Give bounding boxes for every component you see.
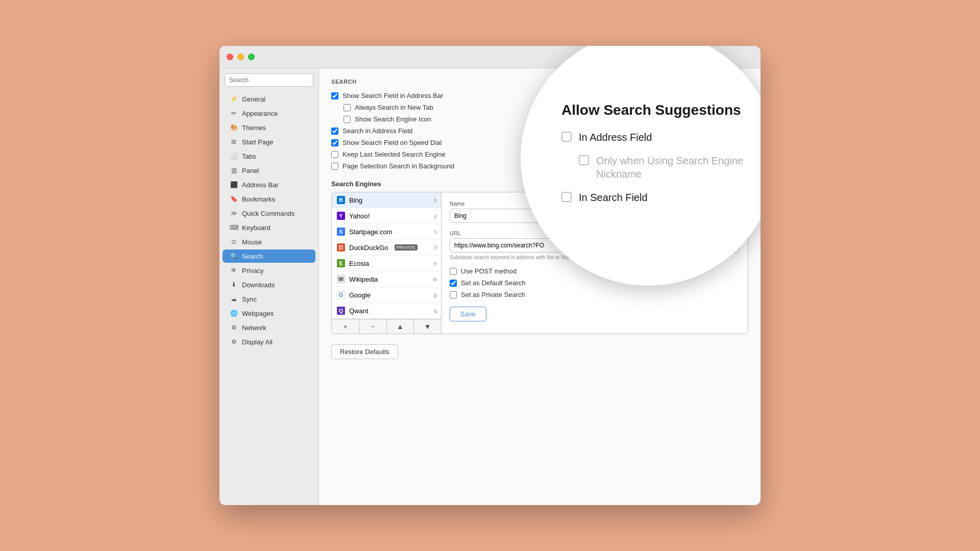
sidebar-icon-sync: ☁ [230, 295, 238, 303]
engine-shortcut-qwant: q [434, 308, 437, 314]
sidebar-item-network[interactable]: ⚙Network [223, 321, 315, 334]
sidebar-icon-panel: ▥ [230, 166, 238, 174]
zoom-checkbox-only-nickname[interactable] [579, 155, 589, 165]
sidebar-search-input[interactable] [225, 73, 313, 87]
zoom-item-in-address-field: In Address Field [561, 131, 750, 144]
sidebar-label-webpages: Webpages [242, 310, 274, 317]
checkbox-show-search-field[interactable] [331, 92, 338, 99]
sidebar-item-tabs[interactable]: ⬜Tabs [223, 149, 315, 163]
sidebar-label-sync: Sync [242, 295, 257, 303]
settings-window: ⚡General✏Appearance🎨Themes⊞Start Page⬜Ta… [219, 46, 761, 505]
sidebar-label-network: Network [242, 324, 266, 332]
sidebar-label-mouse: Mouse [242, 238, 262, 246]
sidebar-item-themes[interactable]: 🎨Themes [223, 121, 315, 134]
sidebar-icon-webpages: 🌐 [230, 309, 238, 317]
save-button[interactable]: Save [450, 307, 486, 321]
sidebar-label-bookmarks: Bookmarks [242, 195, 275, 203]
move-up-button[interactable]: ▲ [387, 319, 414, 334]
engine-item-qwant[interactable]: QQwantq [332, 303, 441, 319]
sidebar-item-keyboard[interactable]: ⌨Keyboard [223, 221, 315, 234]
sidebar-item-downloads[interactable]: ⬇Downloads [223, 278, 315, 291]
sidebar-label-start-page: Start Page [242, 138, 273, 146]
sidebar-item-appearance[interactable]: ✏Appearance [223, 107, 315, 120]
zoom-checkbox-in-search-field[interactable] [561, 192, 572, 202]
sidebar-item-general[interactable]: ⚡General [223, 92, 315, 106]
sidebar-item-privacy[interactable]: 👁Privacy [223, 264, 315, 277]
engine-shortcut-startpage: s [434, 229, 437, 235]
engine-item-startpage[interactable]: SStartpage.coms [332, 224, 441, 240]
checkbox-show-speed-dial[interactable] [331, 139, 338, 146]
sidebar-item-start-page[interactable]: ⊞Start Page [223, 135, 315, 148]
engine-item-google[interactable]: GGoogleg [332, 287, 441, 303]
sidebar-icon-general: ⚡ [230, 95, 238, 103]
remove-engine-button[interactable]: − [359, 319, 387, 334]
checkbox-search-in-address-field[interactable] [331, 128, 338, 135]
checkbox-label-always-search-new-tab: Always Search in New Tab [355, 104, 433, 111]
minimize-button[interactable] [237, 54, 244, 60]
sidebar-label-downloads: Downloads [242, 281, 275, 289]
engine-icon-yahoo: Y [337, 212, 345, 220]
engine-icon-duckduckgo: D [337, 243, 345, 252]
use-post-checkbox[interactable] [450, 268, 457, 275]
engine-item-wikipedia[interactable]: WWikipediaw [332, 271, 441, 287]
add-engine-button[interactable]: + [332, 319, 359, 334]
checkbox-label-show-search-field: Show Search Field in Address Bar [342, 92, 443, 99]
zoom-label-in-search-field: In Search Field [579, 191, 648, 204]
sidebar-item-search[interactable]: 🔍Search [223, 249, 315, 263]
sidebar-label-display-all: Display All [242, 338, 273, 346]
sidebar-icon-start-page: ⊞ [230, 138, 238, 146]
zoom-items: In Address FieldOnly when Using Search E… [561, 131, 750, 214]
sidebar-icon-tabs: ⬜ [230, 152, 238, 160]
checkbox-keep-last-engine[interactable] [331, 151, 338, 158]
checkbox-page-selection[interactable] [331, 163, 338, 170]
sidebar-item-panel[interactable]: ▥Panel [223, 164, 315, 177]
sidebar-icon-bookmarks: 🔖 [230, 195, 238, 203]
sidebar-label-tabs: Tabs [242, 153, 256, 160]
engine-name-bing: Bing [349, 196, 362, 204]
sidebar-item-quick-commands[interactable]: ≫Quick Commands [223, 207, 315, 220]
engine-shortcut-ecosia: e [434, 260, 437, 266]
sidebar-label-address-bar: Address Bar [242, 181, 279, 189]
sidebar-item-mouse[interactable]: ⊙Mouse [223, 235, 315, 248]
engine-item-ecosia[interactable]: EEcosiae [332, 256, 441, 271]
engine-list-footer: + − ▲ ▼ [332, 319, 441, 334]
engine-item-duckduckgo[interactable]: DDuckDuckGoPRIVATEd [332, 240, 441, 256]
engine-list: BBingbYYahoo!ySStartpage.comsDDuckDuckGo… [332, 192, 441, 319]
zoom-item-only-nickname: Only when Using Search Engine Nickname [579, 154, 750, 181]
checkbox-always-search-new-tab[interactable] [344, 104, 351, 111]
private-badge-duckduckgo: PRIVATE [395, 244, 418, 251]
sidebar-item-bookmarks[interactable]: 🔖Bookmarks [223, 192, 315, 206]
sidebar-item-display-all[interactable]: ⚙Display All [223, 335, 315, 348]
engine-item-yahoo[interactable]: YYahoo!y [332, 208, 441, 224]
engine-name-startpage: Startpage.com [349, 228, 393, 236]
move-down-button[interactable]: ▼ [414, 319, 441, 334]
close-button[interactable] [227, 54, 233, 60]
engine-icon-bing: B [337, 196, 345, 204]
set-private-checkbox[interactable] [450, 291, 457, 298]
set-default-row: Set as Default Search [450, 279, 740, 287]
set-default-checkbox[interactable] [450, 280, 457, 287]
restore-defaults-button[interactable]: Restore Defaults [331, 344, 398, 359]
sidebar-icon-downloads: ⬇ [230, 281, 238, 289]
sidebar-item-address-bar[interactable]: ⬛Address Bar [223, 178, 315, 191]
maximize-button[interactable] [248, 54, 255, 60]
engine-name-ecosia: Ecosia [349, 260, 369, 267]
sidebar-item-sync[interactable]: ☁Sync [223, 292, 315, 306]
engine-name-yahoo: Yahoo! [349, 212, 370, 220]
checkbox-show-engine-icon[interactable] [344, 116, 351, 123]
sidebar-item-webpages[interactable]: 🌐Webpages [223, 307, 315, 320]
checkbox-label-show-engine-icon: Show Search Engine Icon [355, 115, 431, 123]
sidebar-label-panel: Panel [242, 167, 259, 174]
zoom-label-in-address-field: In Address Field [579, 131, 652, 144]
engine-list-wrapper: BBingbYYahoo!ySStartpage.comsDDuckDuckGo… [332, 192, 442, 334]
sidebar-icon-mouse: ⊙ [230, 238, 238, 246]
sidebar: ⚡General✏Appearance🎨Themes⊞Start Page⬜Ta… [219, 68, 319, 505]
zoom-checkbox-in-address-field[interactable] [561, 132, 572, 142]
sidebar-label-quick-commands: Quick Commands [242, 210, 295, 217]
sidebar-icon-themes: 🎨 [230, 123, 238, 132]
engine-item-bing[interactable]: BBingb [332, 192, 441, 208]
zoom-title: Allow Search Suggestions [561, 102, 750, 118]
engine-shortcut-bing: b [434, 197, 437, 203]
zoom-label-only-nickname: Only when Using Search Engine Nickname [596, 154, 750, 181]
checkbox-label-search-in-address-field: Search in Address Field [342, 127, 412, 135]
